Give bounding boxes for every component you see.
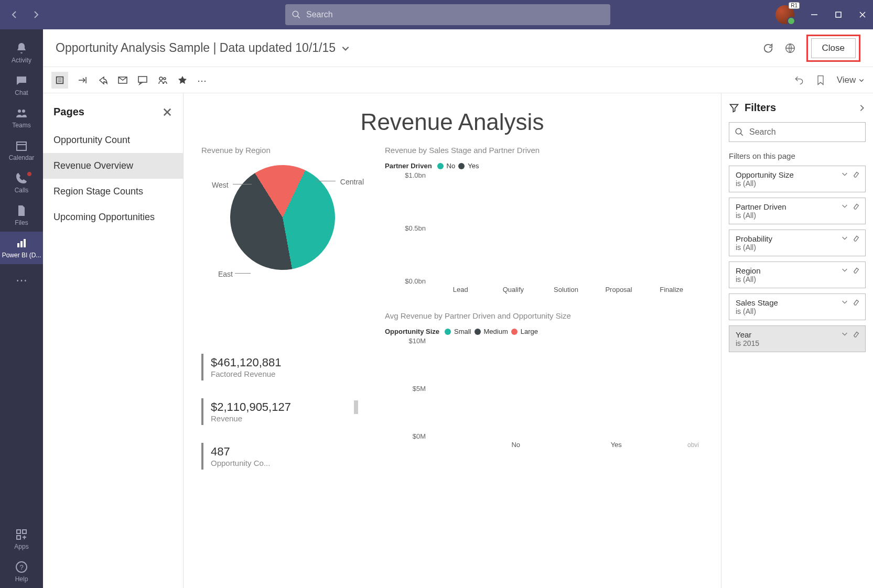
close-icon[interactable] [162,107,173,117]
svg-line-30 [740,133,743,136]
filter-card[interactable]: Partner Drivenis (All) [729,198,866,224]
more-icon[interactable]: ⋯ [197,75,208,85]
filter-search[interactable]: Search [729,122,866,142]
forward-icon[interactable] [31,10,40,19]
close-button-highlight: Close [806,35,860,62]
chevron-down-icon[interactable] [841,234,848,242]
toolbar: ⋯ View [43,67,873,93]
eraser-icon[interactable] [853,266,860,274]
page-item[interactable]: Upcoming Opportunities [43,204,183,230]
phone-icon [15,172,28,184]
help-icon: ? [15,561,28,573]
svg-rect-24 [138,77,147,82]
back-icon[interactable] [10,10,19,19]
svg-point-0 [293,11,298,17]
search-placeholder: Search [306,10,333,19]
eraser-icon[interactable] [853,202,860,210]
svg-point-29 [736,128,741,134]
chevron-down-icon[interactable] [841,266,848,274]
rail-apps[interactable]: Apps [0,523,43,556]
svg-point-25 [159,77,163,80]
eraser-icon[interactable] [853,298,860,306]
rail-more[interactable]: ⋯ [0,264,43,297]
export-icon[interactable] [78,75,88,85]
avatar[interactable]: R1 [775,5,794,24]
rail-calendar[interactable]: Calendar [0,134,43,167]
chevron-down-icon [858,77,865,83]
kpi-value: 487 [211,445,364,459]
globe-icon[interactable] [784,42,796,54]
filter-card[interactable]: Regionis (All) [729,262,866,288]
chevron-down-icon[interactable] [341,43,350,53]
bookmark-icon[interactable] [816,75,825,85]
notification-dot [27,172,31,176]
svg-rect-13 [17,530,20,533]
rail-powerbi[interactable]: Power BI (D... [0,232,43,264]
rail-help[interactable]: ? Help [0,556,43,588]
dashboard-title: Revenue Analysis [201,109,703,135]
rail-label: Calls [15,187,29,194]
pie-chart: West Central East [201,165,364,312]
view-dropdown[interactable]: View [837,75,865,85]
view-label: View [837,75,856,85]
filter-card[interactable]: Opportunity Sizeis (All) [729,166,866,192]
eraser-icon[interactable] [853,170,860,178]
search-icon [735,127,744,137]
rail-teams[interactable]: Teams [0,102,43,134]
chevron-down-icon[interactable] [841,330,848,337]
title-bar: Search R1 [0,0,873,29]
rail-chat[interactable]: Chat [0,69,43,102]
bar-chart-stage: $1.0bn $0.5bn $0.0bn LeadQualifySolution… [401,175,703,296]
chevron-down-icon[interactable] [841,170,848,178]
filter-card[interactable]: Sales Stageis (All) [729,293,866,320]
watermark: obvi [687,441,699,449]
undo-icon[interactable] [794,75,804,85]
filters-title: Filters [745,102,776,114]
teams-app-icon[interactable] [157,75,168,85]
content-header: Opportunity Analysis Sample | Data updat… [43,29,873,67]
page-item[interactable]: Revenue Overview [43,153,183,179]
kpi-card: 487 Opportunity Co... [201,443,364,470]
outline-icon[interactable] [51,72,68,89]
filter-card[interactable]: Yearis 2015 [729,325,866,352]
rail-files[interactable]: Files [0,199,43,232]
chevron-down-icon[interactable] [841,202,848,210]
minimize-icon[interactable] [810,10,818,19]
rail-calls[interactable]: Calls [0,167,43,199]
star-icon[interactable] [177,75,188,85]
dashboard: Revenue Analysis Revenue by Region West … [184,93,721,588]
chart-title: Avg Revenue by Partner Driven and Opport… [385,311,703,320]
page-item[interactable]: Region Stage Counts [43,179,183,204]
avatar-badge: R1 [789,2,800,9]
app-rail: Activity Chat Teams Calendar Calls Files… [0,29,43,588]
page-item[interactable]: Opportunity Count [43,127,183,153]
rail-label: Apps [14,543,28,550]
rail-activity[interactable]: Activity [0,37,43,69]
kpi-card: $461,120,881 Factored Revenue [201,354,364,380]
kpi-label: Opportunity Co... [211,459,364,467]
eraser-icon[interactable] [853,234,860,242]
rail-label: Calendar [9,154,35,161]
close-window-icon[interactable] [858,10,867,19]
global-search[interactable]: Search [285,4,610,25]
rail-label: Help [15,575,28,583]
filter-card[interactable]: Probabilityis (All) [729,230,866,256]
chevron-down-icon[interactable] [841,298,848,306]
mail-icon[interactable] [117,75,128,85]
svg-line-1 [297,16,300,18]
refresh-icon[interactable] [762,42,774,54]
file-icon [15,204,28,217]
bell-icon [15,42,28,55]
share-icon[interactable] [98,75,108,85]
svg-rect-3 [836,12,841,17]
pie-label: East [218,270,233,278]
rail-label: Activity [12,57,31,64]
eraser-icon[interactable] [853,330,860,337]
svg-rect-14 [23,530,26,533]
kpi-value: $461,120,881 [211,356,364,369]
pie-label: Central [340,178,364,186]
maximize-icon[interactable] [834,10,843,19]
close-button[interactable]: Close [811,38,856,58]
chevron-right-icon[interactable] [858,104,866,112]
comment-icon[interactable] [137,75,148,85]
